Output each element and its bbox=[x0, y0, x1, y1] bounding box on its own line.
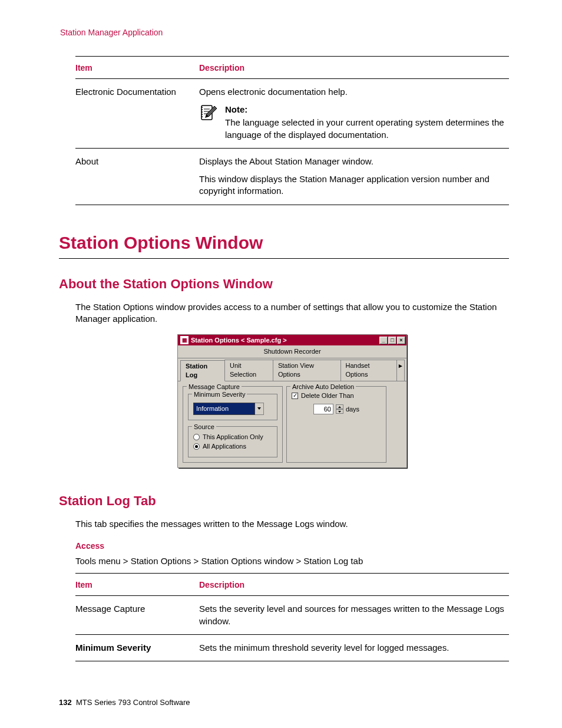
minimum-severity-group: Minimum Severity Information bbox=[188, 394, 277, 420]
th-desc: Description bbox=[199, 574, 509, 596]
cell-desc: Opens electronic documentation help. Not… bbox=[199, 78, 509, 148]
checkbox-label: Delete Older Than bbox=[301, 391, 354, 400]
running-header: Station Manager Application bbox=[60, 27, 509, 38]
body-para: The Station Options window provides acce… bbox=[75, 301, 509, 325]
tab-station-log[interactable]: Station Log bbox=[180, 360, 225, 381]
maximize-button[interactable]: □ bbox=[388, 337, 396, 344]
minimize-button[interactable]: _ bbox=[379, 337, 388, 344]
cell-item: Minimum Severity bbox=[75, 634, 199, 661]
cell-item: About bbox=[75, 148, 199, 205]
radio-this-app[interactable]: This Application Only bbox=[193, 433, 272, 442]
subsection-about: About the Station Options Window bbox=[59, 275, 509, 293]
tab-strip: Station Log Unit Selection Station View … bbox=[178, 358, 406, 381]
days-input[interactable]: 60 bbox=[313, 404, 333, 415]
group-legend: Archive Auto Deletion bbox=[290, 383, 356, 391]
severity-dropdown[interactable]: Information bbox=[193, 403, 264, 415]
cell-item: Message Capture bbox=[75, 596, 199, 635]
days-label: days bbox=[346, 405, 359, 414]
access-path: Tools menu > Station Options > Station O… bbox=[75, 555, 509, 567]
svg-point-6 bbox=[201, 111, 203, 113]
section-title: Station Options Window bbox=[59, 231, 509, 259]
page-number: 132 bbox=[59, 698, 72, 707]
cell-item: Electronic Documentation bbox=[75, 78, 199, 148]
subsection-station-log: Station Log Tab bbox=[59, 492, 509, 510]
table-row: Message Capture Sets the severity level … bbox=[75, 596, 509, 635]
desc-text: Displays the About Station Manager windo… bbox=[199, 156, 509, 167]
page-footer: 132 MTS Series 793 Control Software bbox=[59, 697, 190, 708]
spin-up-icon[interactable] bbox=[336, 404, 343, 409]
window-titlebar: ▦ Station Options < Sample.cfg > _ □ × bbox=[178, 335, 406, 345]
tab-scroll-right-icon[interactable]: ▸ bbox=[396, 360, 405, 381]
svg-point-5 bbox=[201, 109, 203, 110]
group-legend: Source bbox=[192, 423, 216, 431]
radio-label: This Application Only bbox=[203, 433, 263, 442]
access-heading: Access bbox=[75, 541, 509, 552]
dropdown-value: Information bbox=[193, 403, 255, 415]
app-icon: ▦ bbox=[180, 336, 189, 344]
chevron-down-icon bbox=[255, 403, 264, 415]
body-para: This tab specifies the messages written … bbox=[75, 518, 509, 530]
th-item: Item bbox=[75, 56, 199, 78]
tab-unit-selection[interactable]: Unit Selection bbox=[224, 360, 273, 381]
table-row: Electronic Documentation Opens electroni… bbox=[75, 78, 509, 148]
source-group: Source This Application Only All Applica… bbox=[188, 426, 277, 458]
table-row: Minimum Severity Sets the minimum thresh… bbox=[75, 634, 509, 661]
archive-auto-deletion-group: Archive Auto Deletion ✓Delete Older Than… bbox=[286, 386, 386, 463]
table-row: About Displays the About Station Manager… bbox=[75, 148, 509, 205]
note-icon bbox=[199, 104, 219, 124]
th-item: Item bbox=[75, 574, 199, 596]
svg-point-7 bbox=[201, 114, 203, 115]
cell-desc: Sets the severity level and sources for … bbox=[199, 596, 509, 635]
tab-handset-options[interactable]: Handset Options bbox=[340, 360, 397, 381]
window-title: Station Options < Sample.cfg > bbox=[191, 336, 379, 345]
svg-point-8 bbox=[201, 116, 203, 117]
delete-older-checkbox[interactable]: ✓Delete Older Than bbox=[292, 391, 381, 400]
cell-desc: Sets the minimum threshold severity leve… bbox=[199, 634, 509, 661]
cell-desc: Displays the About Station Manager windo… bbox=[199, 148, 509, 205]
menu-item[interactable]: Shutdown Recorder bbox=[263, 348, 320, 355]
radio-all-apps[interactable]: All Applications bbox=[193, 442, 272, 451]
th-desc: Description bbox=[199, 56, 509, 78]
menubar: Shutdown Recorder bbox=[178, 345, 406, 358]
tab-station-view[interactable]: Station View Options bbox=[273, 360, 341, 381]
note-label: Note: bbox=[225, 104, 509, 116]
station-options-screenshot: ▦ Station Options < Sample.cfg > _ □ × S… bbox=[177, 334, 407, 476]
message-capture-group: Message Capture Minimum Severity Informa… bbox=[183, 386, 283, 463]
radio-label: All Applications bbox=[203, 442, 246, 451]
footer-text: MTS Series 793 Control Software bbox=[76, 698, 190, 707]
note-text: The language selected in your current op… bbox=[225, 117, 509, 141]
station-log-table: Item Description Message Capture Sets th… bbox=[75, 573, 509, 661]
group-legend: Minimum Severity bbox=[192, 390, 247, 399]
spin-down-icon[interactable] bbox=[336, 409, 343, 414]
desc-text: Opens electronic documentation help. bbox=[199, 86, 509, 98]
close-button[interactable]: × bbox=[397, 337, 405, 344]
desc-text: This window displays the Station Manager… bbox=[199, 173, 509, 197]
help-menu-table: Item Description Electronic Documentatio… bbox=[75, 56, 509, 205]
svg-point-4 bbox=[201, 107, 203, 108]
